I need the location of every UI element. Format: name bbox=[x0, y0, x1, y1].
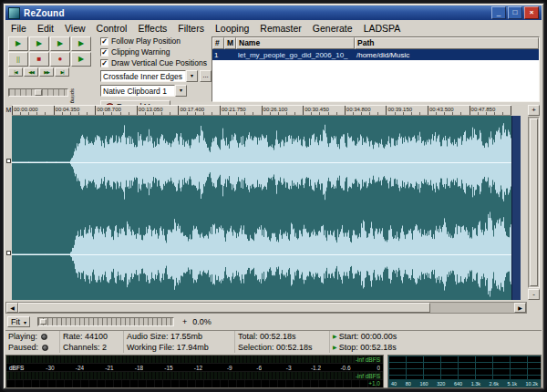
meter-scale: dBFS-30-24-21-18-15-12-9-6-3-1.2-0.60 bbox=[6, 364, 383, 372]
shuttle-slider[interactable] bbox=[8, 88, 68, 97]
left-channel-level: -inf dBFS bbox=[356, 356, 380, 363]
crossfade-more-button[interactable]: ... bbox=[200, 70, 212, 82]
statusbar: Playing:Rate: 44100Audio Size: 17.55mbTo… bbox=[5, 330, 542, 354]
checkbox-icon: ✓ bbox=[100, 48, 108, 57]
horizontal-scrollbar-track[interactable] bbox=[430, 303, 514, 313]
meter-scale-tick: -24 bbox=[55, 365, 84, 371]
zoom-slider-thumb[interactable] bbox=[40, 319, 46, 325]
channel-position-marker[interactable] bbox=[6, 251, 11, 255]
scroll-left-icon[interactable]: ◀ bbox=[6, 303, 18, 313]
ruler-time-label: 00:39.150 bbox=[387, 107, 412, 112]
filelist-header-#[interactable]: # bbox=[212, 37, 224, 49]
checkbox-icon: ✓ bbox=[100, 59, 108, 67]
chevron-down-icon[interactable]: ▾ bbox=[175, 85, 187, 97]
checkbox-follow-play-position[interactable]: ✓Follow Play Position bbox=[100, 36, 212, 46]
right-channel-meter: -inf dBFS bbox=[6, 372, 383, 380]
menu-item-ladspa[interactable]: LADSPA bbox=[358, 22, 407, 35]
time-ruler[interactable]: 00:00.00000:04.35000:08.70000:13.05000:1… bbox=[12, 105, 511, 116]
waveform-canvas[interactable] bbox=[12, 116, 511, 300]
ruler-time-label: 00:26.100 bbox=[263, 107, 288, 112]
clipboard-select-value[interactable]: Native Clipboard 1 bbox=[100, 85, 175, 97]
menu-item-generate[interactable]: Generate bbox=[307, 22, 358, 35]
balance-meter: +1.0 bbox=[6, 380, 383, 387]
right-channel-level: -inf dBFS bbox=[356, 373, 380, 379]
filelist-header: #MNamePath bbox=[212, 37, 539, 49]
jump-to-end-button[interactable]: ▶| bbox=[55, 67, 69, 77]
menubar: FileEditViewControlEffectsFiltersLooping… bbox=[5, 21, 542, 35]
filelist-row[interactable]: 1let_my_people_go_did_2006_10_/home/did/… bbox=[212, 49, 539, 60]
titlebar[interactable]: ReZound _ □ × bbox=[5, 5, 542, 20]
chevron-down-icon[interactable]: ▾ bbox=[186, 70, 198, 82]
frequency-label: 1.3k bbox=[471, 381, 480, 387]
transport-row: ||■●▶ bbox=[8, 52, 99, 67]
checkbox-draw-vertical-cue-positions[interactable]: ✓Draw Vertical Cue Positions bbox=[100, 58, 212, 67]
menu-item-control[interactable]: Control bbox=[91, 22, 133, 35]
stop-button[interactable]: ■ bbox=[29, 52, 49, 67]
selection-length-text: Selection: 00:52.18s bbox=[238, 343, 313, 352]
pause-button[interactable]: || bbox=[8, 52, 28, 67]
selection-length: Selection: 00:52.18s bbox=[235, 342, 330, 353]
play-range-button[interactable]: ▶ bbox=[71, 52, 91, 67]
meter-scale-tick: 0 bbox=[351, 365, 380, 371]
vertical-zoom-out-button[interactable]: - bbox=[528, 289, 540, 300]
shuttle-control: spring bbox=[8, 88, 76, 103]
checkbox-label: Follow Play Position bbox=[111, 36, 181, 46]
frequency-label: 640 bbox=[454, 381, 462, 387]
crossfade-select-value[interactable]: Crossfade Inner Edges bbox=[100, 70, 186, 82]
menu-item-file[interactable]: File bbox=[5, 22, 32, 35]
zoom-slider[interactable] bbox=[37, 317, 174, 326]
scroll-right-icon[interactable]: ▶ bbox=[514, 303, 526, 313]
filelist-header-name[interactable]: Name bbox=[236, 37, 355, 49]
file-name: let_my_people_go_did_2006_10_ bbox=[236, 51, 355, 59]
vertical-scrollbar[interactable] bbox=[528, 117, 540, 288]
zoom-bar: Fit ▾ + 0.0% bbox=[5, 315, 542, 328]
total-time: Total: 00:52.18s bbox=[235, 331, 330, 342]
play-range-icon: ▶ bbox=[78, 56, 84, 63]
menu-item-effects[interactable]: Effects bbox=[132, 22, 172, 35]
desktop-background: ReZound _ □ × FileEditViewControlEffects… bbox=[0, 0, 547, 392]
meter-scale-tick: -18 bbox=[114, 365, 143, 371]
toolbar: ▶▶▶▶||■●▶|◀◀◀▶▶▶| spring ✓Follow Play Po… bbox=[5, 36, 542, 105]
play-selection-button[interactable]: ▶ bbox=[29, 36, 49, 51]
play-selection-icon: ▶ bbox=[36, 40, 42, 47]
crossfade-combo[interactable]: Crossfade Inner Edges ▾ ... bbox=[100, 70, 212, 82]
close-button[interactable]: × bbox=[524, 6, 539, 19]
horizontal-scrollbar[interactable]: ◀ ▶ bbox=[5, 302, 527, 314]
menu-item-filters[interactable]: Filters bbox=[172, 22, 210, 35]
vertical-scrollbar-thumb[interactable] bbox=[530, 119, 538, 286]
filelist-header-m[interactable]: M bbox=[224, 37, 236, 49]
play-loop-button[interactable]: ▶ bbox=[71, 36, 91, 51]
shuttle-thumb[interactable] bbox=[35, 89, 42, 96]
clipboard-combo[interactable]: Native Clipboard 1 ▾ bbox=[100, 85, 212, 97]
vertical-zoom-in-button[interactable]: + bbox=[528, 105, 540, 116]
play-from-cursor-icon: ▶ bbox=[57, 40, 63, 47]
playback-options: ✓Follow Play Position✓Clipping Warning✓D… bbox=[100, 36, 212, 115]
horizontal-scrollbar-thumb[interactable] bbox=[18, 303, 430, 313]
maximize-button[interactable]: □ bbox=[508, 6, 522, 19]
menu-item-looping[interactable]: Looping bbox=[210, 22, 254, 35]
record-button[interactable]: ● bbox=[50, 52, 70, 67]
play-arrow-icon: ▶ bbox=[333, 334, 337, 339]
play-all-button[interactable]: ▶ bbox=[8, 36, 28, 51]
channel-position-marker[interactable] bbox=[6, 159, 11, 163]
pause-icon: || bbox=[16, 56, 20, 63]
status-led-icon bbox=[42, 345, 48, 351]
ruler-time-label: 00:47.850 bbox=[471, 107, 496, 112]
status-led-icon bbox=[41, 334, 47, 340]
working-file-size-text: Working File: 17.94mb bbox=[127, 343, 209, 352]
filelist-header-path[interactable]: Path bbox=[355, 37, 539, 49]
play-from-cursor-button[interactable]: ▶ bbox=[50, 36, 70, 51]
loaded-files-list[interactable]: #MNamePath 1let_my_people_go_did_2006_10… bbox=[212, 36, 540, 102]
ruler-time-label: 00:00.000 bbox=[14, 107, 38, 112]
menu-item-remaster[interactable]: Remaster bbox=[254, 22, 307, 35]
jump-to-start-button[interactable]: |◀ bbox=[8, 67, 23, 77]
meter-scale-tick: -0.6 bbox=[321, 365, 350, 371]
seek-backward-button[interactable]: ◀◀ bbox=[24, 67, 38, 77]
zoom-fit-button[interactable]: Fit ▾ bbox=[7, 316, 30, 327]
menu-item-edit[interactable]: Edit bbox=[32, 22, 59, 35]
checkbox-clipping-warning[interactable]: ✓Clipping Warning bbox=[100, 47, 212, 57]
seek-forward-button[interactable]: ▶▶ bbox=[39, 67, 54, 77]
minimize-button[interactable]: _ bbox=[491, 6, 506, 19]
menu-item-view[interactable]: View bbox=[59, 22, 91, 35]
channels-text: Channels: 2 bbox=[63, 343, 107, 352]
